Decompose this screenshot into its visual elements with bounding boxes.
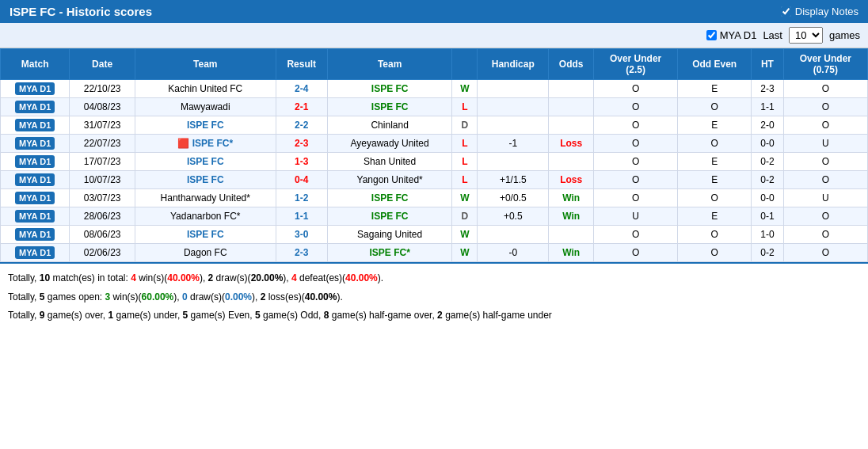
cell-team1: 🟥 ISPE FC*	[135, 135, 276, 153]
cell-score[interactable]: 3-0	[276, 226, 327, 244]
cell-ou25: O	[594, 153, 678, 171]
cell-oe: E	[678, 171, 752, 189]
cell-team2: Sagaing United	[327, 226, 451, 244]
cell-odds	[549, 80, 594, 98]
cell-ht: 2-0	[752, 116, 784, 135]
col-ou25: Over Under(2.5)	[594, 49, 678, 80]
cell-score[interactable]: 2-3	[276, 244, 327, 262]
cell-odds: Win	[549, 244, 594, 262]
cell-team2: Chinland	[327, 116, 451, 135]
cell-league: MYA D1	[1, 153, 70, 171]
table-row: MYA D131/07/23ISPE FC2-2ChinlandDOE2-0O	[1, 116, 868, 135]
cell-handicap	[478, 226, 549, 244]
cell-date: 02/06/23	[70, 244, 135, 262]
cell-ht: 0-1	[752, 207, 784, 226]
col-oe: Odd Even	[678, 49, 752, 80]
cell-team2: ISPE FC	[327, 80, 451, 98]
league-filter-label[interactable]: MYA D1	[706, 29, 757, 41]
cell-ou075: O	[783, 171, 867, 189]
cell-ou25: O	[594, 226, 678, 244]
cell-team1: Kachin United FC	[135, 80, 276, 98]
cell-score[interactable]: 2-1	[276, 98, 327, 116]
cell-team2: ISPE FC	[327, 189, 451, 207]
cell-ou075: U	[783, 135, 867, 153]
cell-ou075: O	[783, 244, 867, 262]
cell-handicap: -1	[478, 135, 549, 153]
games-select[interactable]: 10 5 15 20 All	[789, 27, 823, 44]
cell-team2: ISPE FC	[327, 98, 451, 116]
cell-score[interactable]: 0-4	[276, 171, 327, 189]
last-label: Last	[763, 29, 782, 41]
cell-league: MYA D1	[1, 171, 70, 189]
cell-ou075: O	[783, 80, 867, 98]
cell-score[interactable]: 1-1	[276, 207, 327, 226]
col-wdl	[452, 49, 478, 80]
cell-wdl: L	[452, 153, 478, 171]
cell-date: 17/07/23	[70, 153, 135, 171]
col-match: Match	[1, 49, 70, 80]
cell-score[interactable]: 2-2	[276, 116, 327, 135]
cell-handicap	[478, 153, 549, 171]
cell-league: MYA D1	[1, 226, 70, 244]
cell-score[interactable]: 2-4	[276, 80, 327, 98]
cell-ou25: O	[594, 189, 678, 207]
cell-ou075: O	[783, 153, 867, 171]
cell-oe: O	[678, 135, 752, 153]
footer-line2: Totally, 5 games open: 3 win(s)(60.00%),…	[8, 289, 860, 306]
cell-handicap: +1/1.5	[478, 171, 549, 189]
cell-odds: Loss	[549, 135, 594, 153]
cell-date: 03/07/23	[70, 189, 135, 207]
col-ou075: Over Under(0.75)	[783, 49, 867, 80]
cell-date: 04/08/23	[70, 98, 135, 116]
cell-team1: ISPE FC	[135, 116, 276, 135]
cell-oe: O	[678, 244, 752, 262]
historic-scores-table: Match Date Team Result Team Handicap Odd…	[0, 48, 868, 262]
col-date: Date	[70, 49, 135, 80]
cell-date: 08/06/23	[70, 226, 135, 244]
display-notes-checkbox[interactable]	[781, 6, 791, 17]
table-row: MYA D103/07/23Hantharwady United*1-2ISPE…	[1, 189, 868, 207]
cell-odds	[549, 98, 594, 116]
cell-odds: Win	[549, 189, 594, 207]
table-row: MYA D122/07/23🟥 ISPE FC*2-3Ayeyawady Uni…	[1, 135, 868, 153]
cell-wdl: L	[452, 135, 478, 153]
cell-wdl: D	[452, 116, 478, 135]
page-title: ISPE FC - Historic scores	[10, 5, 152, 18]
cell-ht: 0-0	[752, 189, 784, 207]
cell-score[interactable]: 1-3	[276, 153, 327, 171]
cell-oe: E	[678, 80, 752, 98]
cell-league: MYA D1	[1, 98, 70, 116]
display-notes-label: Display Notes	[795, 6, 858, 17]
table-header-row: Match Date Team Result Team Handicap Odd…	[1, 49, 868, 80]
league-checkbox[interactable]	[706, 30, 717, 40]
cell-score[interactable]: 2-3	[276, 135, 327, 153]
subheader: MYA D1 Last 10 5 15 20 All games	[0, 23, 868, 48]
table-row: MYA D108/06/23ISPE FC3-0Sagaing UnitedWO…	[1, 226, 868, 244]
cell-date: 28/06/23	[70, 207, 135, 226]
cell-league: MYA D1	[1, 80, 70, 98]
cell-team2: ISPE FC*	[327, 244, 451, 262]
cell-wdl: W	[452, 244, 478, 262]
cell-team1: Yadanarbon FC*	[135, 207, 276, 226]
cell-team1: ISPE FC	[135, 171, 276, 189]
cell-odds	[549, 226, 594, 244]
cell-league: MYA D1	[1, 244, 70, 262]
cell-date: 22/10/23	[70, 80, 135, 98]
cell-wdl: W	[452, 80, 478, 98]
cell-ht: 0-2	[752, 153, 784, 171]
cell-odds: Win	[549, 207, 594, 226]
cell-ou25: O	[594, 98, 678, 116]
cell-oe: O	[678, 98, 752, 116]
col-handicap: Handicap	[478, 49, 549, 80]
cell-odds	[549, 116, 594, 135]
cell-handicap	[478, 116, 549, 135]
cell-ou25: O	[594, 116, 678, 135]
cell-ht: 1-1	[752, 98, 784, 116]
cell-score[interactable]: 1-2	[276, 189, 327, 207]
cell-ou075: O	[783, 226, 867, 244]
cell-ou25: O	[594, 135, 678, 153]
cell-team1: Dagon FC	[135, 244, 276, 262]
cell-odds: Loss	[549, 171, 594, 189]
cell-oe: E	[678, 153, 752, 171]
col-result: Result	[276, 49, 327, 80]
